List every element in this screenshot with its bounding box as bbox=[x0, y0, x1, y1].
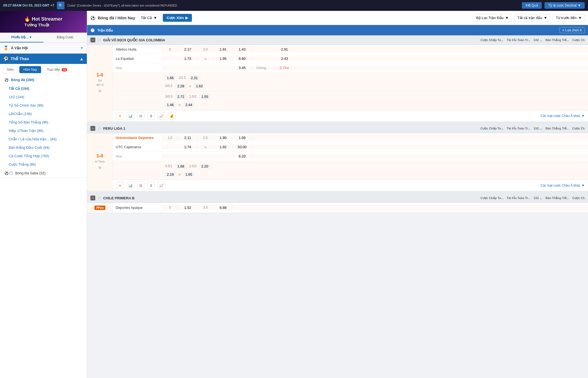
peru-extra-v2[interactable]: 2.20 bbox=[199, 163, 211, 169]
star-peru-icon[interactable]: ☆ bbox=[97, 126, 101, 131]
odds-chap-2[interactable]: 1.73 bbox=[178, 57, 197, 61]
bet-type-ty-so[interactable]: Tỷ Số Chính Xác (99) bbox=[0, 101, 87, 110]
peru-o1b[interactable]: 1.74 bbox=[178, 145, 197, 149]
sub-header: 🕐 Trận Đấu ≡ Lựa chọn b bbox=[87, 25, 588, 35]
tab-truc-tiep[interactable]: Trực tiếp 72 bbox=[43, 66, 71, 73]
table-button-peru[interactable]: ⊟ bbox=[137, 182, 145, 189]
peru-extra-v1b[interactable]: 2.19 bbox=[164, 172, 176, 177]
bet-type-cuoc-thang[interactable]: Cược Thắng (86) bbox=[0, 160, 87, 169]
bet-type-le-chan[interactable]: Lề/Chẵn (136) bbox=[0, 110, 87, 118]
chevron-down-icon: ▼ bbox=[581, 114, 585, 118]
lua-chon-filter-button[interactable]: ≡ Lựa chọn b bbox=[559, 27, 585, 33]
team2-name[interactable]: La Equidad bbox=[113, 55, 162, 62]
extra-odds-h1b: 0/0.5 bbox=[164, 84, 174, 88]
dollar-button[interactable]: $ bbox=[147, 112, 155, 120]
odds-1x2-2[interactable]: 8.80 bbox=[233, 57, 252, 61]
ket-qua-button[interactable]: Kết Quả bbox=[522, 2, 542, 9]
a-van-hoi-header[interactable]: 🥇 Á Vận Hội ▼ bbox=[0, 43, 87, 53]
peru-1x2[interactable]: 1.06 bbox=[233, 136, 252, 140]
bet-type-tat-ca[interactable]: Tất Cả (194) bbox=[0, 84, 87, 93]
chile-o2[interactable]: 6.88 bbox=[214, 206, 233, 210]
extra-odds-v1b[interactable]: 2.28 bbox=[175, 83, 187, 89]
tu-truoc-dropdown[interactable]: Từ trước đến ▼ bbox=[553, 14, 585, 21]
extra2-v1[interactable]: 2.72 bbox=[175, 94, 187, 100]
coin-button[interactable]: 💰 bbox=[168, 112, 176, 120]
peru-u: u bbox=[197, 145, 214, 149]
tat-ca-tran-dau-dropdown[interactable]: Tất cả trận đấu ▼ bbox=[514, 14, 550, 21]
bet-type-ca-cuoc-tong-hop[interactable]: Cá Cược Tổng Hợp (783) bbox=[0, 152, 87, 160]
search-button[interactable]: 🔍 bbox=[57, 2, 65, 9]
peru-draw: Hòa bbox=[113, 153, 162, 160]
peru-team2[interactable]: UTC Cajamarca bbox=[113, 144, 162, 150]
favorite-button[interactable]: ★ bbox=[116, 112, 124, 120]
bet-type-1x2[interactable]: 1X2 (144) bbox=[0, 93, 87, 101]
odds-tai-xiu-2[interactable]: 1.95 bbox=[214, 57, 233, 61]
tab-hom-nay[interactable]: Hôm Nay bbox=[19, 66, 41, 73]
timestamp: 09:27:56AM Oct 03, 2023 GMT +7 bbox=[3, 4, 54, 7]
odds-cuoc-1[interactable]: 2.91 bbox=[274, 47, 295, 51]
graph-button-peru[interactable]: 📈 bbox=[158, 182, 165, 189]
collapse-peru-button[interactable]: − bbox=[90, 126, 95, 131]
odds-chap-1[interactable]: 2.17 bbox=[178, 47, 197, 51]
league-colombia-header: − ☆ GIẢI VÔ ĐỊCH QUỐC GIA COLOMBIA Cược … bbox=[87, 35, 588, 45]
peru-team1[interactable]: Universitario Deportes bbox=[113, 134, 162, 141]
chile-team1[interactable]: Deportes Iquique bbox=[113, 204, 162, 211]
bet-type-chan-le-nua-tran[interactable]: Chẵn / Lẻ của Nửa trận... (84) bbox=[0, 135, 87, 143]
chile-tx: 3.5 bbox=[197, 206, 214, 209]
extra2-h1: 0/0.5 bbox=[164, 95, 174, 98]
peru-o2[interactable]: 1.90 bbox=[214, 136, 233, 140]
star-chile-icon[interactable]: ☆ bbox=[97, 196, 101, 200]
peru-extra-v2b[interactable]: 1.65 bbox=[183, 172, 195, 177]
table-button[interactable]: ⊟ bbox=[137, 112, 145, 120]
extra2-v2b[interactable]: 2.44 bbox=[183, 102, 195, 108]
the-thao-header[interactable]: ⚽ Thể Thao ▲ bbox=[0, 54, 87, 64]
favorite-star[interactable]: ★ bbox=[97, 88, 102, 94]
peru-extra-v1[interactable]: 1.68 bbox=[175, 163, 187, 169]
tab-phieu-dat[interactable]: Phiếu Đặ... ▼ bbox=[0, 33, 44, 42]
favorite-button-peru[interactable]: ★ bbox=[116, 182, 124, 189]
chevron-down-icon: ▼ bbox=[581, 184, 585, 187]
peru-draw-odds[interactable]: 6.20 bbox=[233, 154, 252, 158]
all-filter-dropdown[interactable]: Tất Cả ▼ bbox=[138, 14, 160, 21]
odds-cuoc-2[interactable]: 2.43 bbox=[274, 57, 295, 61]
peru-o2b[interactable]: 1.92 bbox=[214, 145, 233, 149]
collapse-colombia-button[interactable]: − bbox=[90, 38, 95, 42]
more-bets-link[interactable]: Các loại cược Châu Á khác ▼ bbox=[541, 114, 585, 118]
team1-name[interactable]: Atletico Huila bbox=[113, 46, 162, 53]
sport-bong-da-saba[interactable]: ⚽🕐 Bóng Đá Saba (32) bbox=[0, 169, 87, 178]
extra2-v1b[interactable]: 1.46 bbox=[164, 102, 176, 108]
cuoc-xien-button[interactable]: Cược Xiên ▶ bbox=[163, 14, 192, 22]
bet-type-ban-thang-dau-cuoi[interactable]: Bàn thắng Đầu/ Cuối (84) bbox=[0, 143, 87, 152]
tab-som[interactable]: Sớm bbox=[3, 66, 18, 73]
bo-loc-tran-dau-dropdown[interactable]: Bộ Lọc Trận Đấu ▼ bbox=[473, 14, 512, 21]
odds-1x2-1[interactable]: 1.43 bbox=[233, 47, 252, 51]
favorite-star-peru[interactable]: ★ bbox=[97, 164, 102, 171]
odds-type-button[interactable]: Tỷ lệ cược Decimal ▼ bbox=[544, 2, 585, 9]
sport-bong-da[interactable]: ⚽ Bóng đá (280) bbox=[0, 75, 87, 84]
soccer-header-icon: ⚽ bbox=[90, 16, 96, 20]
stats-button[interactable]: 📊 bbox=[127, 112, 134, 120]
tab-bang-cuoc[interactable]: Bảng Cược bbox=[44, 33, 87, 42]
stats-button-peru[interactable]: 📊 bbox=[127, 182, 134, 189]
bet-type-tong-so[interactable]: Tổng Số Bàn Thắng (96) bbox=[0, 118, 87, 126]
odds-1x2-draw[interactable]: 3.45 bbox=[233, 66, 252, 70]
collapse-chile-button[interactable]: − bbox=[90, 196, 95, 200]
clock-icon: 🕐 bbox=[90, 28, 95, 32]
time-tabs: Sớm Hôm Nay Trực tiếp 72 bbox=[0, 64, 87, 75]
star-icon[interactable]: ☆ bbox=[97, 38, 101, 42]
match-peru: 1-0 H.Time ★ Universitario Deportes 1.0 … bbox=[87, 133, 588, 191]
dollar-button-peru[interactable]: $ bbox=[147, 182, 155, 189]
odds-cuoc-down[interactable]: 2.74▼ bbox=[274, 66, 295, 70]
odds-tai-xiu-1[interactable]: 1.91 bbox=[214, 47, 233, 51]
more-bets-link-peru[interactable]: Các loại cược Châu Á khác ▼ bbox=[541, 184, 585, 187]
bet-type-hiep1[interactable]: Hiệp 1/Toàn Trận (86) bbox=[0, 126, 87, 135]
graph-button[interactable]: 📈 bbox=[158, 112, 165, 120]
extra-odds-v2b[interactable]: 1.62 bbox=[193, 83, 206, 89]
extra2-v2[interactable]: 1.55 bbox=[199, 94, 211, 100]
peru-1x2b[interactable]: 50.00 bbox=[233, 145, 252, 149]
extra-odds-v2[interactable]: 2.31 bbox=[188, 75, 200, 81]
peru-o1[interactable]: 2.11 bbox=[178, 136, 197, 140]
chile-o1[interactable]: 1.52 bbox=[178, 206, 197, 210]
extra-odds-v1[interactable]: 1.66 bbox=[164, 75, 176, 81]
khong-text: Không... bbox=[252, 66, 274, 70]
